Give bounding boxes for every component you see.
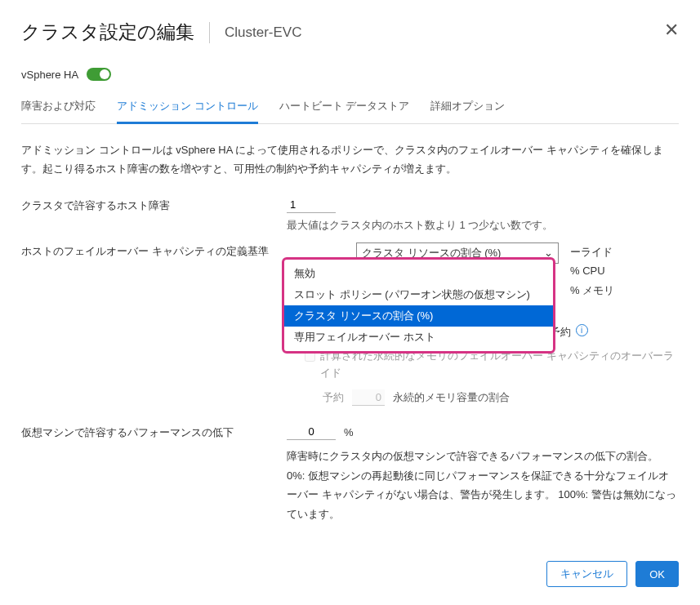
option-percentage[interactable]: クラスタ リソースの割合 (%) [284,305,553,327]
option-dedicated-host[interactable]: 専用フェイルオーバー ホスト [284,327,553,348]
admission-description: アドミッション コントロールは vSphere HA によって使用されるポリシー… [21,140,679,179]
reserve-suffix: 永続的メモリ容量の割合 [393,390,510,405]
obscured-override: ーライド [570,242,614,261]
title-separator [209,22,210,43]
host-failures-label: クラスタで許容するホスト障害 [21,197,287,215]
capacity-def-dropdown: 無効 スロット ポリシー (パワーオン状態の仮想マシン) クラスタ リソースの割… [282,257,555,354]
capacity-def-label: ホストのフェイルオーバー キャパシティの定義基準 [21,242,287,260]
option-slot-policy[interactable]: スロット ポリシー (パワーオン状態の仮想マシン) [284,284,553,305]
vsphere-ha-toggle[interactable] [87,68,111,81]
close-icon[interactable]: ✕ [664,21,679,39]
toggle-knob [100,69,109,79]
tab-advanced[interactable]: 詳細オプション [430,99,505,123]
host-failures-hint: 最大値はクラスタ内のホスト数より 1 つ少ない数です。 [287,218,679,233]
cancel-button[interactable]: キャンセル [546,561,627,587]
reserve-label: 予約 [323,390,344,405]
perf-suffix: % [344,426,354,438]
perf-description: 障害時にクラスタ内の仮想マシンで許容できるパフォーマンスの低下の割合。 0%: … [287,447,679,523]
perf-degradation-input[interactable] [287,424,336,440]
reserve-input [352,389,385,406]
host-failures-input[interactable] [287,197,336,213]
dialog-title: クラスタ設定の編集 [21,20,194,45]
obscured-memory: % メモリ [570,281,614,300]
tab-admission-control[interactable]: アドミッション コントロール [117,99,258,124]
perf-degradation-label: 仮想マシンで許容するパフォーマンスの低下 [21,424,287,442]
obscured-cpu: % CPU [570,261,614,280]
cluster-name: Cluster-EVC [225,24,301,41]
tab-heartbeat[interactable]: ハートビート データストア [279,99,410,123]
option-disabled[interactable]: 無効 [284,263,553,284]
tab-failures[interactable]: 障害および対応 [21,99,96,123]
info-icon[interactable]: i [576,324,588,336]
vsphere-ha-label: vSphere HA [21,69,78,81]
ok-button[interactable]: OK [635,561,679,587]
